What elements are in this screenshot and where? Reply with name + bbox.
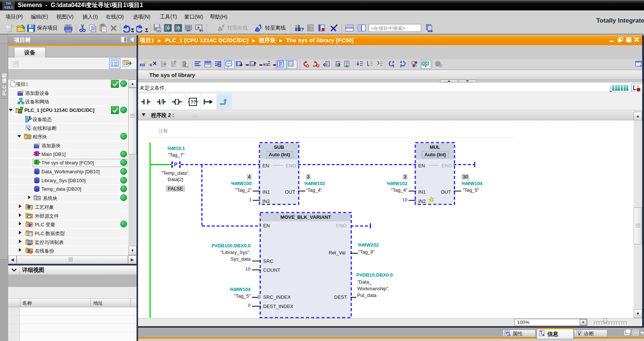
svg-text:??: ?? (191, 100, 196, 105)
svg-text:?: ? (301, 27, 304, 32)
svg-text:i: i (541, 331, 542, 335)
svg-text:κα: κα (263, 62, 268, 67)
svg-text:κα: κα (140, 62, 145, 67)
svg-text:RT: RT (199, 29, 204, 33)
svg-text:κ: κ (150, 62, 152, 67)
svg-text:01: 01 (157, 29, 161, 32)
